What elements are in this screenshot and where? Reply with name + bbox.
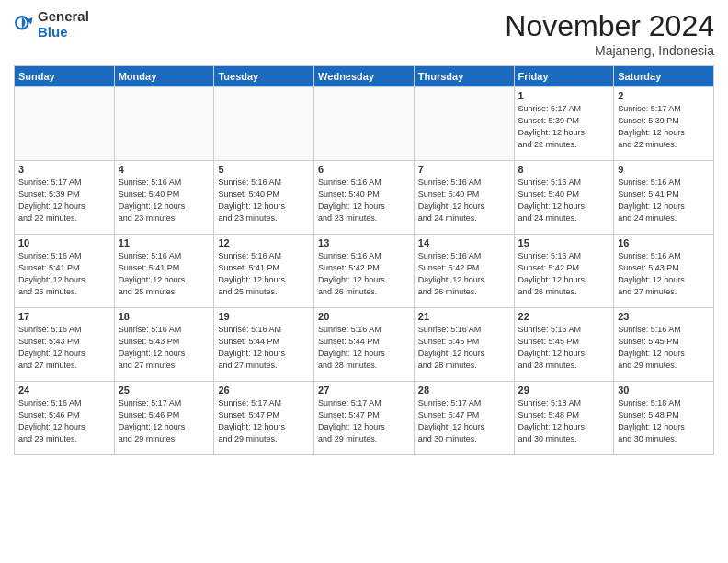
day-number: 1 [518, 90, 610, 101]
calendar-cell: 19Sunrise: 5:16 AMSunset: 5:44 PMDayligh… [214, 308, 314, 382]
calendar-cell: 9Sunrise: 5:16 AMSunset: 5:41 PMDaylight… [614, 161, 714, 235]
calendar-cell: 30Sunrise: 5:18 AMSunset: 5:48 PMDayligh… [614, 382, 714, 455]
weekday-header-sunday: Sunday [15, 66, 115, 87]
calendar-week-4: 17Sunrise: 5:16 AMSunset: 5:43 PMDayligh… [15, 308, 714, 382]
day-number: 5 [218, 164, 310, 175]
calendar-cell: 21Sunrise: 5:16 AMSunset: 5:45 PMDayligh… [414, 308, 514, 382]
day-info: Sunrise: 5:16 AMSunset: 5:41 PMDaylight:… [218, 250, 310, 298]
calendar-cell: 3Sunrise: 5:17 AMSunset: 5:39 PMDaylight… [15, 161, 115, 235]
logo: General Blue [14, 9, 89, 40]
calendar-cell: 5Sunrise: 5:16 AMSunset: 5:40 PMDaylight… [214, 161, 314, 235]
day-number: 26 [218, 385, 310, 396]
weekday-header-wednesday: Wednesday [314, 66, 415, 87]
calendar-cell: 1Sunrise: 5:17 AMSunset: 5:39 PMDaylight… [514, 87, 614, 161]
title-block: November 2024 Majaneng, Indonesia [505, 9, 714, 58]
calendar-week-5: 24Sunrise: 5:16 AMSunset: 5:46 PMDayligh… [15, 382, 714, 455]
day-number: 15 [518, 237, 610, 248]
calendar: SundayMondayTuesdayWednesdayThursdayFrid… [14, 65, 714, 455]
calendar-cell: 14Sunrise: 5:16 AMSunset: 5:42 PMDayligh… [414, 235, 514, 308]
day-info: Sunrise: 5:17 AMSunset: 5:39 PMDaylight:… [18, 177, 110, 224]
day-number: 13 [318, 237, 410, 248]
calendar-cell [414, 87, 514, 161]
month-title: November 2024 [505, 9, 714, 43]
calendar-cell: 29Sunrise: 5:18 AMSunset: 5:48 PMDayligh… [514, 382, 614, 455]
day-info: Sunrise: 5:16 AMSunset: 5:40 PMDaylight:… [418, 177, 510, 224]
day-info: Sunrise: 5:16 AMSunset: 5:43 PMDaylight:… [119, 324, 210, 372]
day-number: 4 [119, 164, 210, 175]
day-info: Sunrise: 5:16 AMSunset: 5:40 PMDaylight:… [518, 177, 610, 224]
day-info: Sunrise: 5:16 AMSunset: 5:45 PMDaylight:… [418, 324, 510, 372]
calendar-cell: 11Sunrise: 5:16 AMSunset: 5:41 PMDayligh… [114, 235, 214, 308]
day-info: Sunrise: 5:16 AMSunset: 5:41 PMDaylight:… [119, 250, 210, 298]
weekday-header-monday: Monday [114, 66, 214, 87]
day-info: Sunrise: 5:16 AMSunset: 5:44 PMDaylight:… [218, 324, 310, 372]
day-number: 19 [218, 311, 310, 322]
calendar-cell: 25Sunrise: 5:17 AMSunset: 5:46 PMDayligh… [114, 382, 214, 455]
header: General Blue November 2024 Majaneng, Ind… [14, 9, 714, 58]
day-number: 10 [18, 237, 110, 248]
day-number: 21 [418, 311, 510, 322]
day-number: 2 [618, 90, 710, 101]
calendar-cell [114, 87, 214, 161]
day-info: Sunrise: 5:17 AMSunset: 5:39 PMDaylight:… [518, 103, 610, 151]
day-number: 28 [418, 385, 510, 396]
day-info: Sunrise: 5:16 AMSunset: 5:43 PMDaylight:… [18, 324, 110, 372]
calendar-cell: 18Sunrise: 5:16 AMSunset: 5:43 PMDayligh… [114, 308, 214, 382]
day-number: 23 [618, 311, 710, 322]
calendar-week-3: 10Sunrise: 5:16 AMSunset: 5:41 PMDayligh… [15, 235, 714, 308]
day-number: 25 [119, 385, 210, 396]
day-info: Sunrise: 5:17 AMSunset: 5:46 PMDaylight:… [119, 397, 210, 445]
calendar-cell [214, 87, 314, 161]
calendar-cell: 10Sunrise: 5:16 AMSunset: 5:41 PMDayligh… [15, 235, 115, 308]
weekday-header-thursday: Thursday [414, 66, 514, 87]
day-info: Sunrise: 5:16 AMSunset: 5:43 PMDaylight:… [618, 250, 710, 298]
calendar-cell: 7Sunrise: 5:16 AMSunset: 5:40 PMDaylight… [414, 161, 514, 235]
day-info: Sunrise: 5:16 AMSunset: 5:42 PMDaylight:… [418, 250, 510, 298]
calendar-cell: 6Sunrise: 5:16 AMSunset: 5:40 PMDaylight… [314, 161, 415, 235]
calendar-cell: 24Sunrise: 5:16 AMSunset: 5:46 PMDayligh… [15, 382, 115, 455]
calendar-cell: 22Sunrise: 5:16 AMSunset: 5:45 PMDayligh… [514, 308, 614, 382]
calendar-cell: 12Sunrise: 5:16 AMSunset: 5:41 PMDayligh… [214, 235, 314, 308]
calendar-cell: 15Sunrise: 5:16 AMSunset: 5:42 PMDayligh… [514, 235, 614, 308]
day-number: 6 [318, 164, 410, 175]
calendar-cell [314, 87, 415, 161]
day-info: Sunrise: 5:16 AMSunset: 5:44 PMDaylight:… [318, 324, 410, 372]
day-info: Sunrise: 5:16 AMSunset: 5:40 PMDaylight:… [218, 177, 310, 224]
calendar-cell: 8Sunrise: 5:16 AMSunset: 5:40 PMDaylight… [514, 161, 614, 235]
day-info: Sunrise: 5:17 AMSunset: 5:47 PMDaylight:… [218, 397, 310, 445]
svg-point-0 [16, 17, 28, 29]
day-number: 16 [618, 237, 710, 248]
day-number: 7 [418, 164, 510, 175]
calendar-cell: 27Sunrise: 5:17 AMSunset: 5:47 PMDayligh… [314, 382, 415, 455]
day-info: Sunrise: 5:16 AMSunset: 5:40 PMDaylight:… [119, 177, 210, 224]
calendar-cell: 4Sunrise: 5:16 AMSunset: 5:40 PMDaylight… [114, 161, 214, 235]
calendar-cell: 13Sunrise: 5:16 AMSunset: 5:42 PMDayligh… [314, 235, 415, 308]
day-number: 17 [18, 311, 110, 322]
calendar-header-row: SundayMondayTuesdayWednesdayThursdayFrid… [15, 66, 714, 87]
calendar-cell: 26Sunrise: 5:17 AMSunset: 5:47 PMDayligh… [214, 382, 314, 455]
day-info: Sunrise: 5:16 AMSunset: 5:45 PMDaylight:… [618, 324, 710, 372]
day-info: Sunrise: 5:18 AMSunset: 5:48 PMDaylight:… [618, 397, 710, 445]
location: Majaneng, Indonesia [505, 43, 714, 58]
day-number: 22 [518, 311, 610, 322]
weekday-header-tuesday: Tuesday [214, 66, 314, 87]
day-number: 27 [318, 385, 410, 396]
day-info: Sunrise: 5:16 AMSunset: 5:41 PMDaylight:… [18, 250, 110, 298]
calendar-cell: 23Sunrise: 5:16 AMSunset: 5:45 PMDayligh… [614, 308, 714, 382]
day-number: 9 [618, 164, 710, 175]
weekday-header-friday: Friday [514, 66, 614, 87]
calendar-cell: 16Sunrise: 5:16 AMSunset: 5:43 PMDayligh… [614, 235, 714, 308]
day-info: Sunrise: 5:16 AMSunset: 5:40 PMDaylight:… [318, 177, 410, 224]
calendar-cell: 28Sunrise: 5:17 AMSunset: 5:47 PMDayligh… [414, 382, 514, 455]
calendar-cell: 17Sunrise: 5:16 AMSunset: 5:43 PMDayligh… [15, 308, 115, 382]
calendar-cell [15, 87, 115, 161]
calendar-cell: 2Sunrise: 5:17 AMSunset: 5:39 PMDaylight… [614, 87, 714, 161]
day-number: 11 [119, 237, 210, 248]
day-number: 12 [218, 237, 310, 248]
calendar-cell: 20Sunrise: 5:16 AMSunset: 5:44 PMDayligh… [314, 308, 415, 382]
page: General Blue November 2024 Majaneng, Ind… [0, 0, 728, 563]
day-info: Sunrise: 5:16 AMSunset: 5:46 PMDaylight:… [18, 397, 110, 445]
day-number: 30 [618, 385, 710, 396]
day-info: Sunrise: 5:17 AMSunset: 5:39 PMDaylight:… [618, 103, 710, 151]
logo-text: General Blue [38, 9, 89, 40]
